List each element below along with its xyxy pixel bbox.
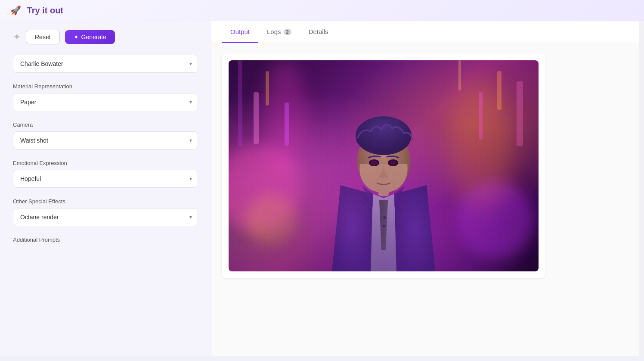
logs-badge: 2	[284, 29, 291, 35]
tab-output-label: Output	[230, 28, 250, 35]
generate-label: Generate	[81, 34, 106, 40]
rocket-icon: 🚀	[10, 6, 21, 15]
main-layout: ✦ Reset ✦ Generate Charlie Bowater Artge…	[0, 21, 644, 356]
style-select[interactable]: Charlie Bowater Artgerm Greg Rutkowski	[13, 55, 198, 73]
effects-label: Other Special Effects	[13, 198, 198, 205]
controls-panel: ✦ Reset ✦ Generate Charlie Bowater Artge…	[0, 21, 211, 356]
svg-point-8	[383, 225, 385, 227]
tab-logs-label: Logs	[267, 28, 281, 35]
svg-point-2	[356, 116, 412, 155]
svg-point-6	[390, 161, 396, 165]
camera-label: Camera	[13, 121, 198, 128]
header-title-text: Try it out	[27, 6, 63, 15]
camera-field-group: Camera Waist shot Close-up Full body Por…	[13, 121, 198, 149]
output-area	[211, 43, 639, 356]
svg-point-5	[371, 161, 378, 165]
material-field-group: Material Representation Paper Oil Paint …	[13, 83, 198, 111]
tab-logs[interactable]: Logs 2	[258, 21, 300, 43]
reset-button[interactable]: Reset	[26, 30, 60, 44]
generated-image	[229, 60, 539, 271]
effects-select-wrapper: Octane render Cinematic lighting HDR Ray…	[13, 208, 198, 226]
style-select-wrapper: Charlie Bowater Artgerm Greg Rutkowski ▾	[13, 55, 198, 73]
effects-field-group: Other Special Effects Octane render Cine…	[13, 198, 198, 226]
content-area: Output Logs 2 Details	[211, 21, 639, 356]
app-title: 🚀 Try it out	[10, 5, 63, 16]
generate-button[interactable]: ✦ Generate	[65, 30, 115, 44]
material-label: Material Representation	[13, 83, 198, 90]
additional-label: Additional Prompts	[13, 237, 198, 243]
emotion-select-wrapper: Hopeful Joyful Sad Angry Neutral Mysteri…	[13, 170, 198, 188]
generate-icon: ✦	[74, 34, 79, 40]
additional-field-group: Additional Prompts	[13, 237, 198, 243]
svg-point-7	[383, 216, 386, 219]
controls-header: ✦ Reset ✦ Generate	[13, 30, 198, 44]
effects-select[interactable]: Octane render Cinematic lighting HDR Ray…	[13, 208, 198, 226]
style-field-group: Charlie Bowater Artgerm Greg Rutkowski ▾	[13, 55, 198, 73]
material-select-wrapper: Paper Oil Paint Watercolor Digital ▾	[13, 93, 198, 111]
tab-details[interactable]: Details	[300, 21, 337, 43]
material-select[interactable]: Paper Oil Paint Watercolor Digital	[13, 93, 198, 111]
app-header: 🚀 Try it out	[0, 0, 644, 21]
camera-select[interactable]: Waist shot Close-up Full body Portrait W…	[13, 131, 198, 149]
image-container	[222, 53, 545, 278]
tab-output[interactable]: Output	[222, 21, 258, 43]
scrollbar[interactable]	[639, 21, 644, 356]
sparkle-icon: ✦	[13, 31, 21, 43]
emotion-select[interactable]: Hopeful Joyful Sad Angry Neutral Mysteri…	[13, 170, 198, 188]
tab-details-label: Details	[309, 28, 328, 35]
emotion-label: Emotional Expression	[13, 160, 198, 166]
emotion-field-group: Emotional Expression Hopeful Joyful Sad …	[13, 160, 198, 188]
tabs-bar: Output Logs 2 Details	[211, 21, 639, 43]
camera-select-wrapper: Waist shot Close-up Full body Portrait W…	[13, 131, 198, 149]
